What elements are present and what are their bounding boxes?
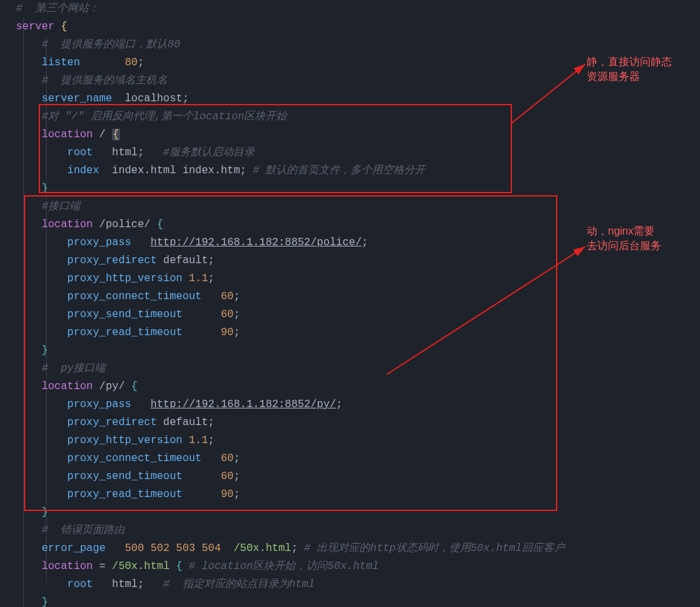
comment: # 提供服务的域名主机名 <box>41 75 167 87</box>
send-timeout-val: 60 <box>221 470 233 482</box>
kw-location: location <box>41 219 93 231</box>
loc4-path: /50x.html <box>112 560 169 572</box>
cursor-selection: { <box>112 129 120 141</box>
dir-proxy-send-timeout: proxy_send_timeout <box>67 470 183 482</box>
loc3-path: /py/ <box>99 380 125 392</box>
kw-server: server <box>16 21 55 33</box>
comment: #服务默认启动目录 <box>163 147 255 159</box>
index-val: index.html index.htm <box>112 165 240 177</box>
police-url[interactable]: http://192.168.1.182:8852/police/ <box>151 237 362 249</box>
annot-dynamic-line2: 去访问后台服务 <box>587 240 661 251</box>
listen-port: 80 <box>125 57 137 69</box>
root-val: html <box>112 578 137 590</box>
comment: # 第三个网站： <box>16 3 99 15</box>
error-codes: 500 502 503 504 <box>125 542 221 554</box>
dir-proxy-pass: proxy_pass <box>67 398 131 410</box>
dir-error-page: error_page <box>41 542 105 554</box>
comment: # 提供服务的端口，默认80 <box>41 39 180 51</box>
comment: # 指定对应的站点目录为html <box>163 578 315 590</box>
dir-proxy-pass: proxy_pass <box>67 237 131 249</box>
root-val: html <box>112 147 137 159</box>
dir-proxy-read-timeout: proxy_read_timeout <box>67 326 183 338</box>
comment: # py接口端 <box>41 362 105 374</box>
comment: # location区块开始，访问50x.html <box>189 560 379 572</box>
loc2-path: /police/ <box>99 219 151 231</box>
py-url[interactable]: http://192.168.1.182:8852/py/ <box>151 398 336 410</box>
dir-proxy-connect-timeout: proxy_connect_timeout <box>67 291 202 303</box>
kw-location: location <box>41 560 93 572</box>
proxy-redirect-val: default <box>163 255 208 267</box>
dir-index: index <box>67 165 99 177</box>
dir-proxy-redirect: proxy_redirect <box>67 255 157 267</box>
read-timeout-val: 90 <box>221 488 233 500</box>
annot-static-line2: 资源服务器 <box>587 71 640 82</box>
dir-root: root <box>67 147 93 159</box>
kw-location: location <box>41 380 93 392</box>
kw-location: location <box>41 129 93 141</box>
dir-server-name: server_name <box>41 93 112 105</box>
dir-listen: listen <box>41 57 80 69</box>
comment: #对 "/" 启用反向代理,第一个location区块开始 <box>41 111 287 123</box>
dir-proxy-http-version: proxy_http_version <box>67 434 183 446</box>
annot-dynamic-line1: 动，nginx需要 <box>587 225 655 237</box>
annot-static-line1: 静，直接访问静态 <box>587 56 672 67</box>
dir-proxy-send-timeout: proxy_send_timeout <box>67 308 183 320</box>
proxy-redirect-val: default <box>163 416 208 428</box>
code-block[interactable]: # 第三个网站： server { # 提供服务的端口，默认80 listen … <box>16 0 565 607</box>
dir-proxy-redirect: proxy_redirect <box>67 416 157 428</box>
error-page-file: /50x.html <box>233 542 291 554</box>
comment: # 出现对应的http状态码时，使用50x.html回应客户 <box>304 542 564 554</box>
loc1-path: / <box>99 129 106 141</box>
annot-dynamic: 动，nginx需要 去访问后台服务 <box>587 224 661 253</box>
connect-timeout-val: 60 <box>221 291 233 303</box>
dir-proxy-connect-timeout: proxy_connect_timeout <box>67 452 202 464</box>
server-name-val: localhost <box>125 93 182 105</box>
proxy-http-version-val: 1.1 <box>189 434 208 446</box>
connect-timeout-val: 60 <box>221 452 233 464</box>
dir-proxy-read-timeout: proxy_read_timeout <box>67 488 183 500</box>
comment: # 错误页面路由 <box>41 524 125 536</box>
loc4-eq: = <box>99 560 106 572</box>
proxy-http-version-val: 1.1 <box>189 273 208 285</box>
read-timeout-val: 90 <box>221 326 233 338</box>
send-timeout-val: 60 <box>221 308 233 320</box>
comment: #接口端 <box>41 201 80 213</box>
comment: # 默认的首页文件，多个用空格分开 <box>253 165 425 177</box>
dir-root: root <box>67 578 93 590</box>
annot-static: 静，直接访问静态 资源服务器 <box>587 55 672 84</box>
dir-proxy-http-version: proxy_http_version <box>67 273 183 285</box>
